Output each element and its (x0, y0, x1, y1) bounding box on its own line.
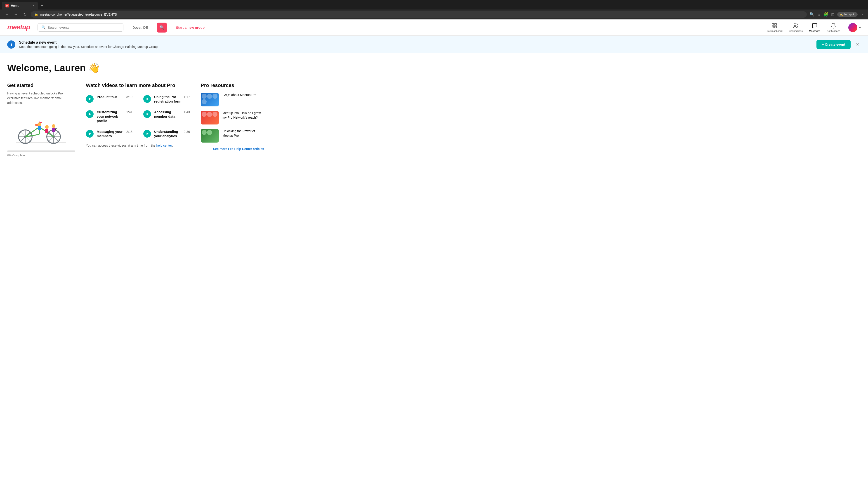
banner-info-icon: ℹ (7, 40, 16, 48)
search-bar[interactable]: 🔍 (37, 23, 123, 32)
banner-description: Keep the momentum going in the new year.… (19, 45, 813, 48)
video-info-2: Using the Pro registration form 1:17 (154, 95, 190, 103)
video-item-6[interactable]: Understanding your analytics 2:36 (143, 129, 190, 138)
play-icon-1 (86, 95, 94, 103)
search-input[interactable] (48, 26, 120, 29)
site: meetup 🔍 Dover, DE 🔍 Start a new group P… (0, 20, 868, 487)
resource-label-3: Unlocking the Power of Meetup Pro (222, 129, 264, 138)
video-title-2: Using the Pro registration form (154, 95, 182, 103)
svg-rect-2 (775, 24, 776, 25)
extensions-icon[interactable]: 🧩 (824, 12, 829, 17)
meetup-logo[interactable]: meetup (7, 23, 32, 32)
svg-text:meetup: meetup (7, 23, 30, 31)
bookmark-icon[interactable]: ☆ (817, 12, 821, 17)
search-button[interactable]: 🔍 (157, 23, 167, 33)
search-toolbar-icon[interactable]: 🔍 (809, 12, 814, 17)
resource-item-2[interactable]: Meetup Pro: How do I grow my Pro Network… (201, 111, 264, 125)
welcome-section: Welcome, Lauren 👋 Get started Having an … (7, 62, 264, 157)
create-event-button[interactable]: + Create event (816, 40, 850, 49)
svg-marker-37 (89, 113, 91, 116)
banner-close-button[interactable]: × (854, 41, 861, 47)
play-icon-5 (86, 130, 94, 138)
split-view-icon[interactable]: ⊡ (831, 12, 835, 17)
content-grid: Get started Having an event scheduled un… (7, 83, 264, 157)
resource-item-1[interactable]: FAQs about Meetup Pro (201, 93, 264, 106)
video-info-5: Messaging your members 2:18 (97, 129, 132, 138)
video-duration-6: 2:36 (184, 130, 190, 133)
svg-point-33 (37, 123, 41, 126)
see-more-link[interactable]: See more Pro Help Center articles (201, 147, 264, 151)
video-item-5[interactable]: Messaging your members 2:18 (86, 129, 132, 138)
avatar-chevron-icon: ▾ (859, 26, 861, 29)
video-info-4: Accessing member data 1:43 (154, 110, 190, 119)
top-nav: meetup 🔍 Dover, DE 🔍 Start a new group P… (0, 20, 868, 36)
svg-marker-39 (89, 132, 91, 135)
user-avatar-area[interactable]: ▾ (848, 23, 861, 32)
svg-rect-30 (52, 128, 55, 132)
svg-point-31 (45, 125, 49, 129)
progress-text: 0% Complete (7, 154, 75, 157)
svg-rect-4 (775, 26, 776, 28)
get-started-title: Get started (7, 83, 75, 88)
new-tab-button[interactable]: + (39, 2, 45, 9)
location-display[interactable]: Dover, DE (129, 26, 151, 29)
active-tab[interactable]: M Home × (2, 2, 38, 9)
back-button[interactable]: ← (4, 11, 10, 18)
svg-marker-36 (147, 98, 149, 100)
browser-toolbar: ← → ↻ 🔒 meetup.com/home/?suggested=true&… (0, 9, 868, 20)
video-item-3[interactable]: Customizing your network profile 1:41 (86, 110, 132, 123)
connections-nav[interactable]: Connections (789, 23, 803, 32)
tab-close-button[interactable]: × (32, 4, 34, 8)
start-group-button[interactable]: Start a new group (172, 26, 208, 29)
svg-point-29 (52, 124, 55, 128)
browser-chrome: M Home × + ← → ↻ 🔒 meetup.com/home/?sugg… (0, 0, 868, 20)
tab-label: Home (11, 4, 19, 7)
get-started-section: Get started Having an event scheduled un… (7, 83, 75, 157)
connections-label: Connections (789, 30, 803, 32)
video-access-note: You can access these videos at any time … (86, 144, 190, 147)
videos-title: Watch videos to learn more about Pro (86, 83, 190, 88)
resource-thumb-3 (201, 129, 219, 142)
video-title-5: Messaging your members (97, 129, 125, 138)
resource-label-1: FAQs about Meetup Pro (222, 93, 256, 97)
nav-icons: Pro Dashboard Connections Messages Notif… (766, 23, 861, 32)
incognito-label: Incognito (844, 13, 855, 16)
dashboard-icon (771, 23, 777, 29)
welcome-heading: Welcome, Lauren 👋 (7, 62, 264, 73)
messages-label: Messages (809, 30, 820, 32)
video-title-1: Product tour (97, 95, 117, 99)
connections-icon (793, 23, 799, 29)
svg-marker-40 (147, 132, 149, 135)
pro-dashboard-label: Pro Dashboard (766, 30, 782, 32)
refresh-button[interactable]: ↻ (22, 11, 28, 18)
search-btn-icon: 🔍 (159, 25, 164, 30)
menu-button[interactable]: ⋮ (860, 12, 864, 17)
pro-dashboard-nav[interactable]: Pro Dashboard (766, 23, 782, 32)
video-info-6: Understanding your analytics 2:36 (154, 129, 190, 138)
video-duration-2: 1:17 (184, 95, 190, 99)
play-icon-4 (143, 110, 151, 118)
get-started-description: Having an event scheduled unlocks Pro ex… (7, 91, 75, 105)
play-icon-6 (143, 130, 151, 138)
svg-point-5 (794, 24, 796, 26)
svg-rect-34 (38, 126, 41, 130)
info-symbol: ℹ (11, 42, 12, 47)
svg-rect-32 (45, 129, 49, 133)
search-icon: 🔍 (41, 25, 46, 30)
video-item-2[interactable]: Using the Pro registration form 1:17 (143, 95, 190, 103)
messages-icon (812, 23, 817, 29)
address-bar[interactable]: 🔒 meetup.com/home/?suggested=true&source… (31, 11, 807, 18)
schedule-banner: ℹ Schedule a new event Keep the momentum… (0, 36, 868, 53)
notifications-nav[interactable]: Notifications (827, 23, 840, 32)
resource-item-3[interactable]: Unlocking the Power of Meetup Pro (201, 129, 264, 142)
messages-nav[interactable]: Messages (809, 23, 820, 32)
tab-favicon: M (5, 4, 9, 7)
forward-button[interactable]: → (13, 11, 19, 18)
video-item-4[interactable]: Accessing member data 1:43 (143, 110, 190, 123)
help-center-link[interactable]: help center (156, 144, 172, 147)
svg-marker-38 (147, 113, 149, 116)
video-duration-1: 3:19 (126, 95, 132, 99)
notifications-label: Notifications (827, 30, 840, 32)
user-avatar (848, 23, 857, 32)
video-item-1[interactable]: Product tour 3:19 (86, 95, 132, 103)
